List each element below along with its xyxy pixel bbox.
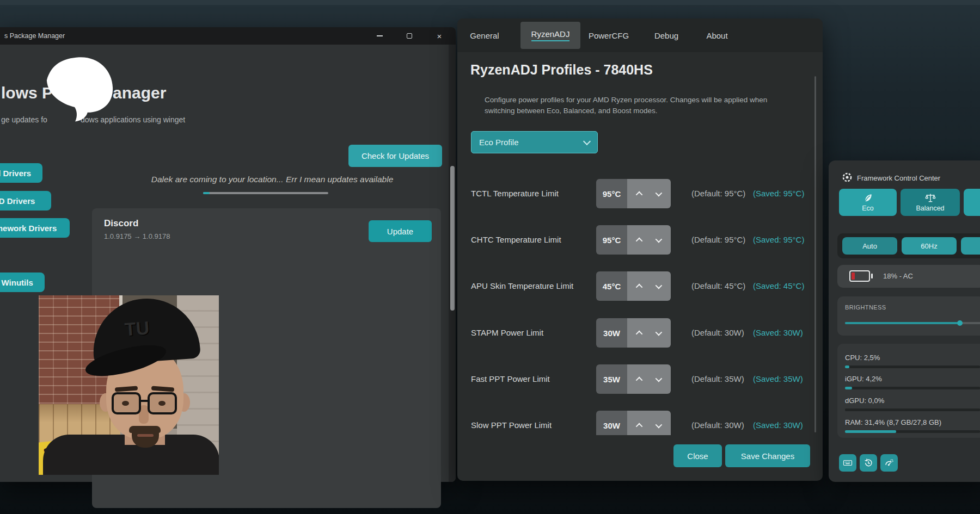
increment-button[interactable]	[636, 330, 643, 337]
intel-drivers-button[interactable]: el Drivers	[0, 163, 42, 183]
white-scribble-overlay	[41, 54, 117, 122]
clock-refresh-icon	[863, 458, 873, 468]
save-changes-button[interactable]: Save Changes	[725, 444, 810, 467]
person-mouth	[137, 434, 154, 437]
keyboard-settings-button[interactable]	[839, 454, 856, 472]
eco-mode-button[interactable]: Eco	[839, 189, 897, 216]
package-manager-titlebar[interactable]: s Package Manager ×	[0, 27, 456, 45]
dgpu-stat-bar	[845, 408, 980, 411]
update-status-text: Dalek are coming to your location... Err…	[93, 175, 452, 184]
update-button[interactable]: Update	[369, 220, 432, 242]
framework-drivers-button[interactable]: mework Drivers	[0, 218, 70, 238]
saved-value-text: (Saved: 95°C)	[753, 189, 804, 198]
increment-button[interactable]	[636, 191, 643, 198]
spinner-value: 30W	[596, 411, 627, 435]
mode-label: Eco	[862, 205, 874, 212]
setting-label: APU Skin Temperature Limit	[471, 281, 573, 290]
brightness-fill	[845, 322, 958, 324]
setting-label: Fast PPT Power Limit	[471, 374, 550, 383]
spinner-value: 95°C	[596, 225, 627, 255]
update-progress-bar	[203, 192, 328, 194]
cpu-stat-label: CPU: 2,5%	[845, 354, 880, 362]
webcam-overlay: SOL DES TU	[39, 295, 219, 475]
spinner-arrows	[627, 179, 671, 208]
amd-drivers-button[interactable]: D Drivers	[0, 191, 51, 210]
close-dialog-button[interactable]: Close	[673, 444, 722, 467]
description-line1: Configure power profiles for your AMD Ry…	[485, 95, 767, 106]
spinner-value: 45°C	[596, 271, 627, 301]
ryzenadj-window: General RyzenADJ PowerCFG Debug About Ry…	[457, 18, 823, 481]
gauge-gear-icon	[884, 458, 894, 468]
brightness-slider[interactable]	[845, 322, 980, 324]
decrement-button[interactable]	[656, 375, 663, 382]
setting-label: Slow PPT Power Limit	[471, 420, 552, 430]
tab-about[interactable]: About	[692, 22, 742, 49]
battery-status-row: 18% - AC	[837, 265, 980, 288]
performance-tuning-button[interactable]	[880, 454, 898, 472]
setting-row-tctl: TCTL Temperature Limit 95°C (Default: 95…	[457, 179, 823, 208]
value-spinner: 45°C	[596, 271, 671, 301]
increment-button[interactable]	[636, 283, 643, 290]
decrement-button[interactable]	[656, 189, 663, 196]
spinner-arrows	[627, 225, 671, 255]
scrollbar-track[interactable]	[449, 45, 456, 482]
glasses-bridge	[140, 400, 149, 402]
decrement-button[interactable]	[656, 329, 663, 336]
battery-icon	[849, 270, 870, 282]
description-line2: switching between Eco, Balanced, and Boo…	[485, 106, 767, 116]
maximize-icon	[407, 33, 412, 39]
tab-general[interactable]: General	[460, 22, 510, 49]
close-button[interactable]: ×	[426, 27, 453, 45]
boost-mode-button-clipped[interactable]	[964, 189, 980, 216]
setting-row-stapm: STAPM Power Limit 30W (Default: 30W) (Sa…	[457, 318, 823, 348]
refresh-rate-group: Auto 60Hz	[837, 233, 980, 258]
saved-value-text: (Saved: 45°C)	[753, 281, 804, 290]
saved-value-text: (Saved: 30W)	[753, 328, 803, 337]
tab-powercfg[interactable]: PowerCFG	[584, 22, 634, 49]
refresh-auto-button[interactable]: Auto	[842, 237, 897, 255]
maximize-button[interactable]	[396, 27, 423, 45]
battery-fill	[852, 273, 855, 280]
app-version-change: 1.0.9175 → 1.0.9178	[104, 232, 170, 240]
spinner-arrows	[627, 411, 671, 435]
value-spinner: 35W	[596, 364, 671, 394]
framework-control-center-panel: Framework Control Center Eco Balanced	[829, 160, 980, 482]
winutils-button[interactable]: T Winutils	[0, 273, 45, 292]
increment-button[interactable]	[636, 423, 643, 430]
spinner-arrows	[627, 318, 671, 348]
scrollbar-thumb[interactable]	[814, 76, 816, 432]
scrollbar-thumb[interactable]	[450, 166, 455, 311]
setting-label: CHTC Temperature Limit	[471, 235, 561, 244]
default-value-text: (Default: 95°C)	[691, 189, 745, 198]
cpu-stat-fill	[845, 366, 849, 368]
ram-stat-bar	[845, 430, 980, 433]
default-value-text: (Default: 45°C)	[691, 281, 745, 290]
increment-button[interactable]	[636, 376, 643, 383]
battery-nub	[871, 274, 873, 278]
minimize-button[interactable]	[366, 27, 393, 45]
decrement-button[interactable]	[656, 236, 663, 243]
refresh-rate-button-clipped[interactable]	[961, 237, 980, 255]
decrement-button[interactable]	[656, 421, 663, 428]
brightness-label: BRIGHTNESS	[845, 304, 886, 311]
tab-debug[interactable]: Debug	[641, 22, 691, 49]
tab-ryzenadj[interactable]: RyzenADJ	[520, 22, 580, 49]
update-history-button[interactable]	[860, 454, 877, 472]
window-title: s Package Manager	[4, 32, 65, 40]
saved-value-text: (Saved: 95°C)	[753, 235, 804, 244]
check-for-updates-button[interactable]: Check for Updates	[348, 145, 442, 167]
setting-row-apu-skin: APU Skin Temperature Limit 45°C (Default…	[457, 271, 823, 301]
panel-title: Framework Control Center	[857, 174, 940, 182]
saved-value-text: (Saved: 35W)	[753, 374, 803, 383]
igpu-stat-bar	[845, 387, 980, 389]
ram-stat-label: RAM: 31,4% (8,7 GB/27,8 GB)	[845, 418, 941, 426]
leaf-icon	[862, 193, 873, 203]
decrement-button[interactable]	[656, 282, 663, 289]
increment-button[interactable]	[636, 237, 643, 244]
settings-list: TCTL Temperature Limit 95°C (Default: 95…	[457, 127, 823, 435]
spinner-value: 35W	[596, 364, 627, 394]
balanced-mode-button[interactable]: Balanced	[901, 189, 960, 216]
desktop: s Package Manager × lows P anager ge upd…	[0, 0, 980, 514]
keyboard-icon	[843, 458, 853, 468]
refresh-60hz-button[interactable]: 60Hz	[902, 237, 957, 255]
